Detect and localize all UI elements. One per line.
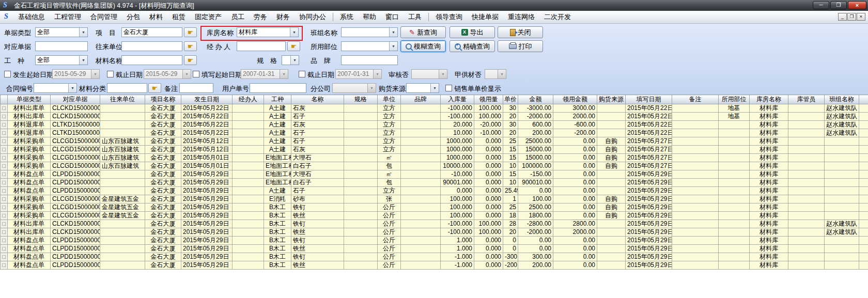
- grid-cell[interactable]: [672, 212, 719, 220]
- grid-cell[interactable]: E地面工程: [264, 179, 291, 187]
- grid-cell[interactable]: 石灰: [291, 104, 344, 113]
- restore-button[interactable]: ❐: [830, 1, 847, 9]
- grid-cell[interactable]: CLTKD150000001: [51, 121, 100, 129]
- grid-cell[interactable]: 材料退库单: [8, 129, 51, 137]
- grid-cell[interactable]: [233, 187, 264, 195]
- grid-cell[interactable]: 金石大厦: [145, 253, 181, 261]
- occur-end-date[interactable]: 2015-05-29▼: [144, 69, 191, 79]
- grid-cell[interactable]: CLCGD150000005: [51, 154, 100, 162]
- grid-cell[interactable]: -100.000: [441, 220, 474, 228]
- menu-item-固定资产[interactable]: 固定资产: [190, 11, 226, 23]
- project-picker-button[interactable]: ☛: [184, 27, 197, 37]
- grid-cell[interactable]: 白石子: [291, 179, 344, 187]
- row-selector[interactable]: [1, 121, 8, 129]
- position-select[interactable]: ▼: [341, 41, 398, 51]
- grid-cell[interactable]: 10000.000: [441, 162, 474, 170]
- grid-cell[interactable]: 0.00: [553, 237, 597, 245]
- grid-cell[interactable]: 金石大厦: [145, 237, 181, 245]
- grid-cell[interactable]: 2015年05月27日: [626, 154, 672, 162]
- grid-cell[interactable]: [859, 212, 868, 220]
- grid-cell[interactable]: [344, 203, 378, 212]
- grid-cell[interactable]: [401, 129, 441, 137]
- new-query-button[interactable]: ✎新查询: [400, 26, 446, 38]
- grid-cell[interactable]: 25000.00: [518, 137, 553, 146]
- grid-cell[interactable]: 0.000: [474, 212, 503, 220]
- grid-cell[interactable]: 材料出库单: [8, 228, 51, 237]
- grid-cell[interactable]: 赵水建筑队: [825, 129, 859, 137]
- grid-cell[interactable]: E地面工程: [264, 162, 291, 170]
- grid-cell[interactable]: [788, 162, 825, 170]
- grid-cell[interactable]: 材料库: [750, 245, 788, 253]
- grid-cell[interactable]: -2800.00: [518, 220, 553, 228]
- grid-cell[interactable]: 材料盘点单: [8, 261, 51, 270]
- grid-header-规格[interactable]: 规格: [344, 95, 378, 104]
- menu-item-工程管理[interactable]: 工程管理: [50, 11, 86, 23]
- grid-cell[interactable]: A土建: [264, 113, 291, 121]
- grid-cell[interactable]: 1000.000: [441, 137, 474, 146]
- menu-item-二次开发[interactable]: 二次开发: [539, 11, 576, 23]
- grid-cell[interactable]: [788, 195, 825, 203]
- grid-cell[interactable]: 公斤: [378, 253, 401, 261]
- grid-cell[interactable]: 0.00: [553, 179, 597, 187]
- grid-cell[interactable]: 山东百脉建筑: [100, 162, 145, 170]
- grid-cell[interactable]: 公斤: [378, 261, 401, 270]
- grid-cell[interactable]: [788, 137, 825, 146]
- grid-cell[interactable]: 自购: [597, 146, 626, 154]
- grid-cell[interactable]: 材料库: [750, 195, 788, 203]
- grid-cell[interactable]: 2000.00: [553, 228, 597, 237]
- menu-item-劳务[interactable]: 劳务: [249, 11, 272, 23]
- grid-cell[interactable]: 2015年05月27日: [626, 162, 672, 170]
- grid-cell[interactable]: 2015年05月29日: [626, 228, 672, 237]
- grid-cell[interactable]: [401, 261, 441, 270]
- grid-header-名称[interactable]: 名称: [291, 95, 344, 104]
- grid-cell[interactable]: 2015年05月29日: [626, 170, 672, 179]
- grid-cell[interactable]: 2015年05月22日: [626, 121, 672, 129]
- grid-cell[interactable]: 1000.000: [441, 154, 474, 162]
- grid-cell[interactable]: 材料盘点单: [8, 170, 51, 179]
- grid-cell[interactable]: [344, 187, 378, 195]
- grid-cell[interactable]: 金星建筑五金: [100, 212, 145, 220]
- grid-header-填写日期[interactable]: 填写日期: [626, 95, 672, 104]
- row-selector[interactable]: [1, 179, 8, 187]
- grid-cell[interactable]: [825, 162, 859, 170]
- grid-cell[interactable]: 2000.00: [553, 113, 597, 121]
- chevron-down-icon[interactable]: ▼: [373, 70, 381, 79]
- close-query-button[interactable]: 关闭: [498, 26, 543, 38]
- grid-cell[interactable]: [859, 228, 868, 237]
- grid-cell[interactable]: [233, 203, 264, 212]
- grid-cell[interactable]: 2015年05月29日: [626, 220, 672, 228]
- grid-cell[interactable]: [825, 154, 859, 162]
- grid-cell[interactable]: 山东百脉建筑: [100, 137, 145, 146]
- grid-cell[interactable]: 15: [503, 146, 518, 154]
- grid-cell[interactable]: [719, 195, 750, 203]
- grid-cell[interactable]: B木工: [264, 203, 291, 212]
- grid-header-工种[interactable]: 工种: [264, 95, 291, 104]
- grid-cell[interactable]: 立方: [378, 129, 401, 137]
- grid-cell[interactable]: [859, 195, 868, 203]
- grid-cell[interactable]: 1.000: [441, 237, 474, 245]
- grid-cell[interactable]: 2015年05月29日: [181, 195, 233, 203]
- minimize-button[interactable]: ─: [813, 1, 829, 9]
- grid-cell[interactable]: 公斤: [378, 203, 401, 212]
- grid-header-单价[interactable]: 单价: [503, 95, 518, 104]
- grid-cell[interactable]: 15: [503, 170, 518, 179]
- grid-cell[interactable]: 大理石: [291, 154, 344, 162]
- grid-cell[interactable]: [825, 261, 859, 270]
- grid-cell[interactable]: 2015年05月29日: [626, 212, 672, 220]
- grid-cell[interactable]: 0.00: [553, 212, 597, 220]
- grid-cell[interactable]: 材料库: [750, 220, 788, 228]
- grid-cell[interactable]: [597, 104, 626, 113]
- grid-cell[interactable]: 公斤: [378, 212, 401, 220]
- menu-item-协同办公[interactable]: 协同办公: [295, 11, 331, 23]
- grid-cell[interactable]: -1.000: [441, 261, 474, 270]
- grid-cell[interactable]: 0.00: [553, 170, 597, 179]
- row-selector[interactable]: [1, 162, 8, 170]
- grid-cell[interactable]: 2015年05月27日: [626, 137, 672, 146]
- chevron-down-icon[interactable]: ▼: [79, 28, 87, 37]
- chevron-down-icon[interactable]: ▼: [439, 70, 447, 79]
- ref-bill-input[interactable]: [35, 41, 88, 51]
- grid-cell[interactable]: 28: [503, 220, 518, 228]
- grid-cell[interactable]: [100, 121, 145, 129]
- grid-cell[interactable]: [597, 113, 626, 121]
- grid-cell[interactable]: 2015年05月22日: [181, 121, 233, 129]
